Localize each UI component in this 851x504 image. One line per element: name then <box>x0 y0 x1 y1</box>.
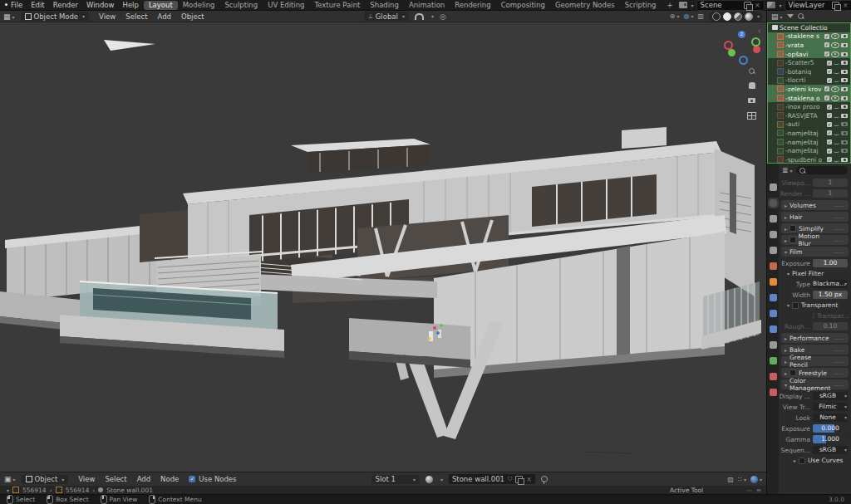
exclude-checkbox[interactable]: ✓ <box>824 42 829 47</box>
look-dropdown[interactable]: None <box>813 413 848 422</box>
shader-menu-add[interactable]: Add <box>133 475 155 483</box>
menu-window[interactable]: Window <box>82 1 119 9</box>
material-slot-selector[interactable]: Slot 1 ▾ <box>371 475 420 484</box>
outliner-row[interactable]: -staklene s✓ <box>768 32 850 42</box>
panel-use-curves[interactable]: ▸Use Curves <box>779 456 851 465</box>
axis-z-icon[interactable]: Z <box>738 31 745 38</box>
eye-icon[interactable] <box>831 51 839 57</box>
axis-z-neg-icon[interactable] <box>739 56 748 65</box>
outliner-row[interactable]: -vrata✓ <box>768 41 850 50</box>
outliner-row[interactable]: -inox prozo✓ <box>768 102 850 111</box>
wireframe-shading-icon[interactable] <box>712 12 721 21</box>
exclude-checkbox[interactable]: ✓ <box>824 34 829 39</box>
eye-icon[interactable] <box>834 140 839 144</box>
camera-visibility-icon[interactable] <box>841 96 848 100</box>
camera-visibility-icon[interactable] <box>841 87 848 91</box>
camera-visibility-icon[interactable] <box>841 78 848 82</box>
workspace-tab-uv-editing[interactable]: UV Editing <box>263 1 309 10</box>
exclude-checkbox[interactable]: ✓ <box>827 130 832 135</box>
workspace-tab-compositing[interactable]: Compositing <box>496 1 550 10</box>
sidebar-collapse-icon[interactable]: ‹ <box>758 27 760 35</box>
camera-visibility-icon[interactable] <box>841 105 848 109</box>
camera-visibility-icon[interactable] <box>841 114 848 118</box>
exclude-checkbox[interactable]: ✓ <box>827 113 832 118</box>
unlink-scene-icon[interactable]: × <box>755 2 760 9</box>
eye-icon[interactable] <box>834 105 839 109</box>
outliner-row[interactable]: -staklena o✓ <box>768 94 850 103</box>
gamma-slider[interactable]: 1.000 <box>813 435 848 443</box>
render-samples-field[interactable]: 1 <box>813 189 848 198</box>
exclude-checkbox[interactable]: ✓ <box>827 122 832 127</box>
camera-visibility-icon[interactable] <box>841 131 848 135</box>
exclude-checkbox[interactable]: ✓ <box>827 139 832 144</box>
properties-tab-particles[interactable] <box>770 310 777 317</box>
workspace-tab-modeling[interactable]: Modeling <box>178 1 220 10</box>
transparent-glass-checkbox[interactable] <box>813 312 814 319</box>
navigation-gizmo[interactable]: Z <box>721 31 765 74</box>
outliner-root-row[interactable]: Scene Collectio <box>768 23 850 32</box>
proportional-edit-icon[interactable]: ◎ <box>440 12 446 21</box>
panel-film[interactable]: ▾Film—— <box>781 247 849 257</box>
properties-tab-constraints[interactable] <box>770 341 777 349</box>
workspace-tab-texture-paint[interactable]: Texture Paint <box>310 1 366 10</box>
panel-hair[interactable]: ▸Hair—— <box>781 212 849 222</box>
material-name-field[interactable]: Stone wall.001 ⛉ × <box>449 474 535 484</box>
material-icon[interactable] <box>426 476 433 483</box>
outliner-row[interactable]: -spudbeni o✓ <box>768 155 850 164</box>
pin-icon[interactable] <box>541 476 548 482</box>
use-curves-checkbox[interactable] <box>799 458 805 464</box>
outliner-row[interactable]: -Scatter5✓ <box>768 58 850 67</box>
viewport-samples-field[interactable]: 1 <box>813 179 848 187</box>
rendered-shading-icon[interactable] <box>745 12 753 21</box>
properties-editor-icon[interactable]: ≣▾ <box>782 166 793 174</box>
material-shading-icon[interactable] <box>734 12 742 21</box>
exclude-checkbox[interactable]: ✓ <box>824 95 829 100</box>
properties-tab-render[interactable] <box>770 199 777 207</box>
camera-view-icon[interactable] <box>746 95 757 106</box>
panel-menu-icon[interactable]: ≡ <box>756 487 761 494</box>
eye-icon[interactable] <box>831 86 839 92</box>
properties-tab-object-data[interactable] <box>770 357 777 365</box>
exclude-checkbox[interactable]: ✓ <box>824 86 829 91</box>
shader-editor-icon[interactable]: ▣▾ <box>4 475 16 483</box>
solid-shading-icon[interactable] <box>723 12 731 21</box>
view-layer-selector[interactable]: ViewLayer × <box>785 0 851 11</box>
filter-icon[interactable] <box>787 14 794 18</box>
chevron-down-icon[interactable]: ▾ <box>780 2 782 8</box>
chevron-down-icon[interactable]: ▾ <box>7 487 9 493</box>
gizmo-dropdown-icon[interactable]: ⊕▾ <box>670 12 680 20</box>
transparent-checkbox[interactable] <box>792 302 799 309</box>
new-material-icon[interactable] <box>515 476 523 483</box>
ortho-toggle-icon[interactable] <box>746 110 757 121</box>
pan-tool-icon[interactable] <box>746 81 757 91</box>
axis-y-icon[interactable] <box>728 49 735 56</box>
eye-icon[interactable] <box>831 95 839 101</box>
eye-icon[interactable] <box>834 149 839 153</box>
active-tool-tab[interactable]: Active Tool <box>670 487 703 494</box>
new-view-layer-icon[interactable] <box>832 2 839 9</box>
outliner-editor-icon[interactable]: ▤▾ <box>771 12 783 21</box>
overlays-icon[interactable]: ◍▾ <box>683 12 693 20</box>
viewport-3d[interactable]: Z ‹ <box>0 22 766 472</box>
filter-type-dropdown[interactable]: Blackma... <box>813 280 848 288</box>
eye-icon[interactable] <box>831 42 839 48</box>
add-workspace-button[interactable]: + <box>662 1 677 10</box>
eye-icon[interactable] <box>834 122 839 126</box>
unlink-material-icon[interactable]: × <box>526 476 532 483</box>
properties-tab-scene[interactable] <box>770 247 777 254</box>
camera-visibility-icon[interactable] <box>841 34 848 38</box>
panel-pixel-filter[interactable]: ▾Pixel Filter <box>779 269 851 278</box>
use-nodes-checkbox[interactable]: ✓ <box>189 476 195 482</box>
eye-icon[interactable] <box>834 114 839 118</box>
filter-width-field[interactable]: 1.50 px <box>813 291 848 299</box>
editor-type-icon[interactable]: ▦▾ <box>3 12 15 21</box>
exclude-checkbox[interactable]: ✓ <box>827 69 832 74</box>
exclude-checkbox[interactable]: ✓ <box>827 78 832 83</box>
workspace-tab-scripting[interactable]: Scripting <box>620 1 662 10</box>
menu-edit[interactable]: Edit <box>27 1 48 9</box>
shader-type-selector[interactable]: Object ▾ <box>22 475 69 484</box>
sequencer-dropdown[interactable]: sRGB <box>813 446 848 454</box>
exclude-checkbox[interactable]: ✓ <box>824 51 829 56</box>
eye-icon[interactable] <box>834 70 839 74</box>
exclude-checkbox[interactable]: ✓ <box>827 105 832 110</box>
